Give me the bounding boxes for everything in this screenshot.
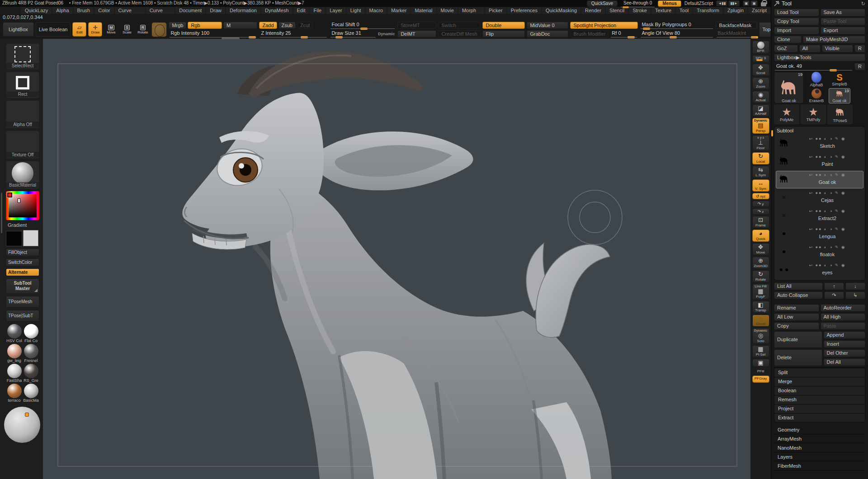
goz-all-button[interactable]: All [799, 45, 821, 52]
menu-item[interactable]: Alpha [52, 7, 72, 14]
all-low-button[interactable]: All Low [774, 313, 819, 321]
subtool-down-button[interactable]: ↓ [845, 282, 865, 290]
shrink-left-icon[interactable]: ◄▮▮ [716, 0, 727, 6]
menu-item[interactable]: Material [411, 7, 436, 14]
material-item[interactable]: Flat Co [23, 324, 39, 343]
see-through-thumb[interactable] [623, 6, 629, 8]
tposemesh-button[interactable]: TPoseMesh [6, 296, 39, 308]
goz-button[interactable]: GoZ [774, 45, 798, 52]
stroke-picker-button[interactable]: SelectRect [6, 43, 39, 70]
menu-item[interactable]: File [310, 7, 325, 14]
subtool-thumbnail[interactable] [776, 153, 792, 169]
see-through-slider[interactable]: See-through 0 [621, 0, 655, 7]
clone-button[interactable]: Clone [774, 36, 802, 43]
right-shelf-button[interactable]: ✥ Move [752, 243, 769, 255]
menu-item[interactable]: Zplugin [724, 7, 747, 14]
save-as-button[interactable]: Save As [821, 9, 866, 16]
topological-button[interactable]: Topological [759, 22, 771, 37]
angle-of-view-slider[interactable]: Angle Of View 80 [640, 30, 714, 38]
subtool-name[interactable]: Goat ok [792, 178, 863, 187]
fill-object-button[interactable]: FillObject [6, 249, 39, 256]
copy-tool-button[interactable]: Copy Tool [774, 18, 819, 25]
subtool-master-button[interactable]: SubTool Master [6, 278, 39, 294]
tool-r-button[interactable]: R [854, 63, 865, 70]
menu-item[interactable]: Preferences [507, 7, 541, 14]
right-shelf-button[interactable]: ▣ [752, 359, 769, 367]
right-shelf-button[interactable]: ▦ Pt Sel [752, 345, 769, 357]
right-shelf-button[interactable]: Line Fill ▦ PolyF [752, 284, 769, 300]
menu-item[interactable]: Render [581, 7, 605, 14]
recent-tool[interactable]: ★ PolyMe [774, 104, 799, 124]
palette-section-header[interactable]: NanoMesh [774, 443, 865, 452]
right-shelf-button[interactable]: ◉ Actual [752, 91, 769, 103]
rgb-button[interactable]: Rgb [188, 22, 222, 29]
subtool-row-icons[interactable]: ↩ ●● ◐ ◑ ✎ ◉ [792, 154, 863, 160]
subtool-row-icons[interactable]: ↩ ●● ◐ ◑ ✎ ◉ [792, 190, 863, 197]
zcut-button[interactable]: Zcut [297, 22, 313, 29]
menu-item[interactable]: Marker [387, 7, 410, 14]
menu-item[interactable]: Tool [676, 7, 692, 14]
menu-item[interactable]: Texture [651, 7, 675, 14]
focal-shift-slider[interactable]: Focal Shift 0 [330, 22, 396, 29]
menu-item[interactable]: Edit [293, 7, 309, 14]
subtool-op-row[interactable]: Merge [774, 377, 865, 386]
menu-item[interactable]: Zscript [748, 7, 770, 14]
right-shelf-button[interactable]: PFill [752, 368, 769, 374]
rename-button[interactable]: Rename [774, 304, 819, 312]
menu-item[interactable]: DynaMesh [261, 7, 292, 14]
spotlight-projection-button[interactable]: Spotlight Projection [570, 22, 638, 29]
subtool-op-row[interactable]: Split [774, 368, 865, 377]
mrgb-button[interactable]: Mrgb [169, 22, 186, 29]
edit-mode-button[interactable]: ▱Edit [72, 22, 86, 37]
subtool-up-button[interactable]: ↑ [824, 282, 844, 290]
menu-item[interactable]: QuickLazy [21, 7, 52, 14]
saturation-value-area[interactable] [9, 194, 37, 217]
palette-section-header[interactable]: ArrayMesh [774, 434, 865, 443]
goat-model-viewport[interactable] [43, 39, 750, 479]
subtool-op-row[interactable]: Remesh [774, 395, 865, 404]
subtool-thumbnail[interactable]: ● ● [776, 262, 792, 277]
subtool-row-icons[interactable]: ↩ ●● ◐ ◑ ✎ ◉ [792, 136, 863, 142]
active-tool-slider[interactable]: Goat ok. 49 [774, 63, 853, 70]
subtool-name[interactable]: Extract2 [792, 215, 863, 223]
subtool-thumbnail[interactable]: ≈ [776, 189, 792, 205]
del-all-button[interactable]: Del All [824, 358, 866, 366]
menu-item[interactable]: Layer [326, 7, 346, 14]
switch-color-button[interactable]: SwitchColor [6, 258, 39, 266]
alternate-button[interactable]: Alternate [6, 268, 39, 276]
subtool-name[interactable]: Sketch [792, 142, 863, 150]
tool-thumbnail[interactable]: S SimpleB [829, 72, 850, 87]
copy-subtool-button[interactable]: Copy [774, 322, 819, 330]
ui-bars-icons[interactable]: ◄▮▮▮▮► [716, 0, 739, 6]
right-shelf-button[interactable]: SPix 3 [752, 55, 769, 62]
mask-by-polygroups-slider[interactable]: Mask By Polygroups 0 [640, 22, 714, 29]
right-shelf-button[interactable]: PFGray [752, 376, 769, 383]
subtool-name[interactable]: eyes [792, 269, 863, 277]
auto-collapse-button[interactable]: Auto Collapse [774, 291, 823, 299]
insert-button[interactable]: Insert [824, 340, 866, 348]
subtool-row-icons[interactable]: ↩ ●● ◐ ◑ ✎ ◉ [792, 262, 863, 269]
subtool-name[interactable]: Lengua [792, 233, 863, 241]
menu-item[interactable]: Curve Funtions [146, 7, 175, 14]
all-high-button[interactable]: All High [821, 313, 866, 321]
material-item[interactable]: FastSha [6, 364, 23, 383]
subtool-header[interactable]: Subtool [776, 127, 863, 134]
material-item[interactable]: Fresnel [23, 344, 39, 363]
shrink-right-icon[interactable]: ▮▮► [728, 0, 740, 6]
subtool-row[interactable]: ≈ ↩ ●● ◐ ◑ ✎ ◉ Extract2 [776, 207, 863, 225]
import-button[interactable]: Import [774, 27, 819, 34]
recent-tool[interactable]: TPose5 [827, 104, 853, 124]
active-tool-thumbnail[interactable]: 19 Goat ok [774, 72, 804, 103]
flip-button[interactable]: Flip [482, 30, 525, 38]
subtool-row-icons[interactable]: ↩ ●● ◐ ◑ ✎ ◉ [792, 208, 863, 215]
quicksave-button[interactable]: QuickSave [587, 0, 618, 7]
right-shelf-button[interactable]: ⊕ Zoom3D [752, 257, 769, 269]
menu-item[interactable]: QuickMasking [542, 7, 580, 14]
live-boolean-button[interactable]: Live Boolean [36, 22, 71, 37]
subtool-op-row[interactable]: Project [774, 404, 865, 413]
menu-item[interactable]: Curve Functions [115, 7, 145, 14]
right-shelf-button[interactable]: ↻ Rotate [752, 270, 769, 282]
menu-item[interactable]: Light [347, 7, 365, 14]
menu-item[interactable]: Brush [74, 7, 94, 14]
backmaskint-slider[interactable]: BackMaskInt [716, 30, 757, 38]
